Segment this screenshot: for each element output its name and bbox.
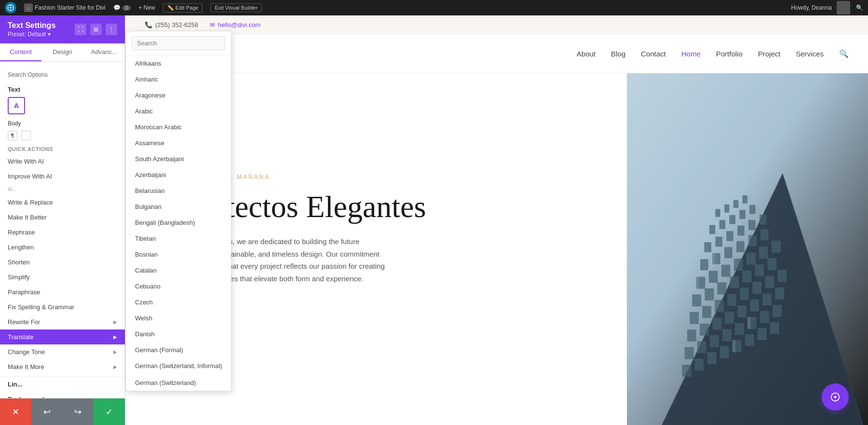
svg-rect-59 [737, 226, 745, 236]
edit-page-button[interactable]: ✏️ Edit Page [163, 3, 203, 13]
confirm-button[interactable]: ✓ [94, 398, 125, 425]
nav-project[interactable]: Project [758, 50, 781, 58]
simplify-item[interactable]: Simplify [0, 270, 125, 285]
phone-info: 📞 (255) 352-6258 [145, 21, 198, 28]
dropdown-search-box[interactable] [126, 31, 231, 55]
make-more-arrow-icon: ▶ [113, 364, 117, 370]
panel-tabs: Content Design Advanc... [0, 43, 125, 62]
phone-icon: 📞 [145, 21, 152, 28]
translate-item[interactable]: Translate ▶ [0, 329, 125, 344]
svg-rect-23 [725, 312, 734, 324]
svg-rect-18 [760, 311, 769, 323]
svg-rect-41 [755, 264, 764, 276]
lengthen-item[interactable]: Lengthen [0, 240, 125, 255]
write-with-ai-item[interactable]: Write With AI [0, 154, 125, 169]
svg-rect-62 [709, 225, 715, 234]
list-item[interactable]: Czech [126, 294, 231, 310]
rephrase-item[interactable]: Rephrase [0, 225, 125, 240]
list-item[interactable]: Bosnian [126, 247, 231, 262]
list-item[interactable]: South Azerbaijani [126, 151, 231, 167]
cancel-button[interactable]: ✕ [0, 398, 31, 425]
list-item[interactable]: Tibetan [126, 231, 231, 247]
make-better-item[interactable]: Make It Better [0, 210, 125, 225]
comments-item[interactable]: 💬 0 [113, 4, 131, 11]
search-admin-icon[interactable]: 🔍 [856, 4, 863, 11]
list-item[interactable]: Moroccan Arabic [126, 119, 231, 135]
svg-rect-25 [750, 300, 759, 312]
site-hero: CONSTRUYENDO EL MAÑANA Arquitectos Elega… [125, 73, 868, 425]
text-settings-panel: Text Settings Preset: Default ▾ ⛶ ⊞ ⋮ Co… [0, 15, 125, 425]
search-input[interactable] [132, 36, 225, 50]
tab-content[interactable]: Content [0, 43, 41, 61]
svg-rect-55 [760, 229, 769, 240]
panel-header: Text Settings Preset: Default ▾ ⛶ ⊞ ⋮ [0, 15, 125, 43]
language-list: Afrikaans Amharic Aragonese Arabic Moroc… [126, 55, 231, 391]
site-search-icon[interactable]: 🔍 [839, 49, 849, 58]
list-item[interactable]: Arabic [126, 103, 231, 119]
nav-contact[interactable]: Contact [641, 50, 666, 58]
site-name[interactable]: ⌂ Fashion Starter Site for Divi [24, 3, 106, 12]
panel-body: Search Options Text A Body ¶ Quick Actio… [0, 62, 125, 398]
line-section: Lin... [0, 376, 125, 392]
list-item[interactable]: Cebuano [126, 278, 231, 294]
change-tone-item[interactable]: Change Tone ▶ [0, 344, 125, 359]
list-item[interactable]: Aragonese [126, 87, 231, 103]
exit-builder-button[interactable]: Exit Visual Builder [210, 3, 261, 12]
svg-rect-12 [685, 347, 694, 359]
list-item[interactable]: Danish [126, 326, 231, 342]
building-image [627, 73, 868, 425]
list-item[interactable]: German (Switzerland, Informal) [126, 358, 231, 375]
avatar [837, 1, 850, 14]
redo-button[interactable]: ↪ [63, 398, 94, 425]
new-item[interactable]: + New [138, 4, 155, 11]
fix-spelling-item[interactable]: Fix Spelling & Grammar [0, 300, 125, 315]
nav-services[interactable]: Services [796, 50, 824, 58]
nav-blog[interactable]: Blog [611, 50, 625, 58]
list-item[interactable]: German (Formal) [126, 342, 231, 358]
panel-menu-icon[interactable]: ⋮ [106, 24, 117, 35]
panel-expand-icon[interactable]: ⛶ [75, 24, 86, 35]
list-item[interactable]: Belarusian [126, 183, 231, 199]
list-item[interactable]: Azerbaijani [126, 167, 231, 183]
fab-button[interactable] [822, 384, 849, 411]
tab-advanced[interactable]: Advanc... [83, 43, 125, 61]
write-replace-item[interactable]: Write & Replace [0, 195, 125, 210]
svg-rect-47 [746, 253, 756, 265]
site-icon: ⌂ [24, 3, 33, 12]
tab-design[interactable]: Design [41, 43, 83, 61]
improve-with-ai-item[interactable]: Improve With AI [0, 169, 125, 184]
svg-rect-69 [733, 200, 738, 208]
nav-portfolio[interactable]: Portfolio [716, 50, 743, 58]
paraphrase-item[interactable]: Paraphrase [0, 285, 125, 300]
panel-columns-icon[interactable]: ⊞ [90, 24, 102, 35]
text-preview-box: A [8, 97, 25, 114]
svg-rect-68 [724, 205, 729, 213]
svg-rect-15 [722, 329, 732, 341]
list-item[interactable]: Amharic [126, 71, 231, 87]
undo-button[interactable]: ↩ [31, 398, 63, 425]
svg-rect-67 [715, 209, 720, 217]
list-item[interactable]: Catalan [126, 262, 231, 278]
paragraph-format-icon[interactable]: ¶ [8, 131, 17, 140]
wp-logo-icon[interactable] [5, 2, 16, 14]
site-nav: About Blog Contact Home Portfolio Projec… [577, 49, 849, 58]
list-item[interactable]: Afrikaans [126, 55, 231, 71]
list-item[interactable]: German (Switzerland) [126, 375, 231, 391]
list-item[interactable]: Bulgarian [126, 199, 231, 215]
svg-rect-5 [695, 359, 704, 371]
svg-rect-32 [740, 288, 749, 300]
rewrite-for-item[interactable]: Rewrite For ▶ [0, 315, 125, 329]
panel-preset[interactable]: Preset: Default ▾ [8, 31, 55, 38]
alignment-icon[interactable] [21, 131, 31, 140]
svg-rect-42 [768, 258, 777, 270]
site-header: D About Blog Contact Home Portfolio Proj… [125, 35, 868, 73]
svg-rect-70 [743, 195, 747, 204]
list-item[interactable]: Bengali (Bangladesh) [126, 215, 231, 231]
nav-home[interactable]: Home [681, 50, 701, 58]
shorten-item[interactable]: Shorten [0, 255, 125, 270]
list-item[interactable]: Welsh [126, 310, 231, 326]
nav-about[interactable]: About [577, 50, 596, 58]
svg-rect-44 [709, 271, 718, 283]
list-item[interactable]: Assamese [126, 135, 231, 151]
make-more-item[interactable]: Make It More ▶ [0, 359, 125, 374]
